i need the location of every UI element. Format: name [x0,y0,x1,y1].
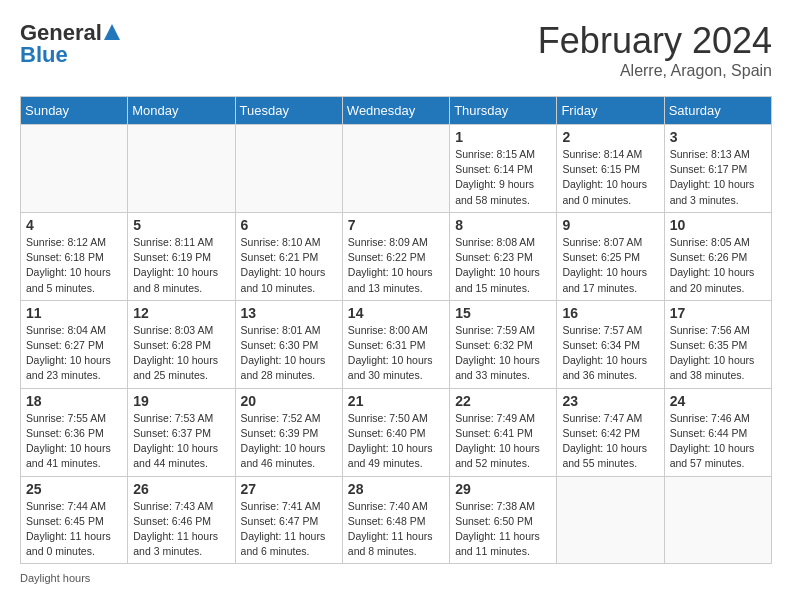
calendar-week-row: 4Sunrise: 8:12 AM Sunset: 6:18 PM Daylig… [21,212,772,300]
calendar-day-cell: 4Sunrise: 8:12 AM Sunset: 6:18 PM Daylig… [21,212,128,300]
calendar-day-cell [128,125,235,213]
day-number: 13 [241,305,337,321]
day-info: Sunrise: 7:59 AM Sunset: 6:32 PM Dayligh… [455,323,551,384]
calendar-day-cell [342,125,449,213]
day-number: 2 [562,129,658,145]
day-number: 19 [133,393,229,409]
calendar-day-cell: 22Sunrise: 7:49 AM Sunset: 6:41 PM Dayli… [450,388,557,476]
calendar-day-cell: 20Sunrise: 7:52 AM Sunset: 6:39 PM Dayli… [235,388,342,476]
day-number: 6 [241,217,337,233]
day-info: Sunrise: 8:12 AM Sunset: 6:18 PM Dayligh… [26,235,122,296]
calendar-week-row: 25Sunrise: 7:44 AM Sunset: 6:45 PM Dayli… [21,476,772,564]
day-info: Sunrise: 7:55 AM Sunset: 6:36 PM Dayligh… [26,411,122,472]
calendar-day-cell: 16Sunrise: 7:57 AM Sunset: 6:34 PM Dayli… [557,300,664,388]
calendar-week-row: 18Sunrise: 7:55 AM Sunset: 6:36 PM Dayli… [21,388,772,476]
day-info: Sunrise: 8:11 AM Sunset: 6:19 PM Dayligh… [133,235,229,296]
day-info: Sunrise: 8:01 AM Sunset: 6:30 PM Dayligh… [241,323,337,384]
calendar-day-cell: 19Sunrise: 7:53 AM Sunset: 6:37 PM Dayli… [128,388,235,476]
day-info: Sunrise: 8:14 AM Sunset: 6:15 PM Dayligh… [562,147,658,208]
calendar-week-row: 11Sunrise: 8:04 AM Sunset: 6:27 PM Dayli… [21,300,772,388]
day-number: 17 [670,305,766,321]
calendar-day-cell: 8Sunrise: 8:08 AM Sunset: 6:23 PM Daylig… [450,212,557,300]
day-number: 5 [133,217,229,233]
day-number: 23 [562,393,658,409]
day-info: Sunrise: 7:49 AM Sunset: 6:41 PM Dayligh… [455,411,551,472]
calendar-day-cell: 25Sunrise: 7:44 AM Sunset: 6:45 PM Dayli… [21,476,128,564]
day-number: 15 [455,305,551,321]
calendar-day-cell: 2Sunrise: 8:14 AM Sunset: 6:15 PM Daylig… [557,125,664,213]
calendar-day-cell: 9Sunrise: 8:07 AM Sunset: 6:25 PM Daylig… [557,212,664,300]
day-number: 7 [348,217,444,233]
calendar-day-cell: 17Sunrise: 7:56 AM Sunset: 6:35 PM Dayli… [664,300,771,388]
logo-arrow-icon [104,24,120,40]
day-number: 29 [455,481,551,497]
calendar-day-cell [664,476,771,564]
day-number: 1 [455,129,551,145]
logo-blue: Blue [20,42,68,68]
calendar-day-header: Monday [128,97,235,125]
day-info: Sunrise: 7:57 AM Sunset: 6:34 PM Dayligh… [562,323,658,384]
day-number: 8 [455,217,551,233]
day-info: Sunrise: 7:44 AM Sunset: 6:45 PM Dayligh… [26,499,122,560]
logo: General Blue [20,20,120,68]
title-block: February 2024 Alerre, Aragon, Spain [538,20,772,80]
page-title: February 2024 [538,20,772,62]
day-info: Sunrise: 8:03 AM Sunset: 6:28 PM Dayligh… [133,323,229,384]
calendar-header-row: SundayMondayTuesdayWednesdayThursdayFrid… [21,97,772,125]
calendar-day-cell: 27Sunrise: 7:41 AM Sunset: 6:47 PM Dayli… [235,476,342,564]
calendar-day-header: Thursday [450,97,557,125]
calendar-day-header: Wednesday [342,97,449,125]
day-number: 28 [348,481,444,497]
calendar-day-cell: 24Sunrise: 7:46 AM Sunset: 6:44 PM Dayli… [664,388,771,476]
calendar-day-cell [21,125,128,213]
calendar-day-cell: 3Sunrise: 8:13 AM Sunset: 6:17 PM Daylig… [664,125,771,213]
day-number: 16 [562,305,658,321]
day-number: 12 [133,305,229,321]
day-info: Sunrise: 8:04 AM Sunset: 6:27 PM Dayligh… [26,323,122,384]
day-info: Sunrise: 8:08 AM Sunset: 6:23 PM Dayligh… [455,235,551,296]
footer-note: Daylight hours [20,572,772,584]
day-number: 22 [455,393,551,409]
day-info: Sunrise: 8:07 AM Sunset: 6:25 PM Dayligh… [562,235,658,296]
day-info: Sunrise: 8:15 AM Sunset: 6:14 PM Dayligh… [455,147,551,208]
calendar-day-cell: 26Sunrise: 7:43 AM Sunset: 6:46 PM Dayli… [128,476,235,564]
calendar-day-cell: 14Sunrise: 8:00 AM Sunset: 6:31 PM Dayli… [342,300,449,388]
calendar-day-cell: 6Sunrise: 8:10 AM Sunset: 6:21 PM Daylig… [235,212,342,300]
calendar-day-cell: 15Sunrise: 7:59 AM Sunset: 6:32 PM Dayli… [450,300,557,388]
calendar-day-cell: 12Sunrise: 8:03 AM Sunset: 6:28 PM Dayli… [128,300,235,388]
day-number: 11 [26,305,122,321]
calendar-day-cell: 23Sunrise: 7:47 AM Sunset: 6:42 PM Dayli… [557,388,664,476]
day-number: 9 [562,217,658,233]
day-number: 10 [670,217,766,233]
calendar-day-header: Friday [557,97,664,125]
day-info: Sunrise: 8:00 AM Sunset: 6:31 PM Dayligh… [348,323,444,384]
day-number: 4 [26,217,122,233]
calendar-day-cell: 29Sunrise: 7:38 AM Sunset: 6:50 PM Dayli… [450,476,557,564]
day-info: Sunrise: 7:50 AM Sunset: 6:40 PM Dayligh… [348,411,444,472]
day-number: 14 [348,305,444,321]
day-info: Sunrise: 7:46 AM Sunset: 6:44 PM Dayligh… [670,411,766,472]
day-number: 3 [670,129,766,145]
day-number: 25 [26,481,122,497]
day-info: Sunrise: 8:10 AM Sunset: 6:21 PM Dayligh… [241,235,337,296]
calendar-day-cell: 21Sunrise: 7:50 AM Sunset: 6:40 PM Dayli… [342,388,449,476]
day-number: 24 [670,393,766,409]
day-info: Sunrise: 7:47 AM Sunset: 6:42 PM Dayligh… [562,411,658,472]
day-number: 18 [26,393,122,409]
calendar-day-cell: 10Sunrise: 8:05 AM Sunset: 6:26 PM Dayli… [664,212,771,300]
calendar-day-cell: 1Sunrise: 8:15 AM Sunset: 6:14 PM Daylig… [450,125,557,213]
calendar-day-cell: 28Sunrise: 7:40 AM Sunset: 6:48 PM Dayli… [342,476,449,564]
calendar-day-cell: 5Sunrise: 8:11 AM Sunset: 6:19 PM Daylig… [128,212,235,300]
day-info: Sunrise: 7:52 AM Sunset: 6:39 PM Dayligh… [241,411,337,472]
day-info: Sunrise: 8:09 AM Sunset: 6:22 PM Dayligh… [348,235,444,296]
day-info: Sunrise: 7:38 AM Sunset: 6:50 PM Dayligh… [455,499,551,560]
day-info: Sunrise: 7:56 AM Sunset: 6:35 PM Dayligh… [670,323,766,384]
day-info: Sunrise: 7:43 AM Sunset: 6:46 PM Dayligh… [133,499,229,560]
day-number: 20 [241,393,337,409]
day-info: Sunrise: 8:13 AM Sunset: 6:17 PM Dayligh… [670,147,766,208]
page-subtitle: Alerre, Aragon, Spain [538,62,772,80]
calendar-day-header: Tuesday [235,97,342,125]
calendar-day-cell: 7Sunrise: 8:09 AM Sunset: 6:22 PM Daylig… [342,212,449,300]
day-number: 27 [241,481,337,497]
day-number: 21 [348,393,444,409]
